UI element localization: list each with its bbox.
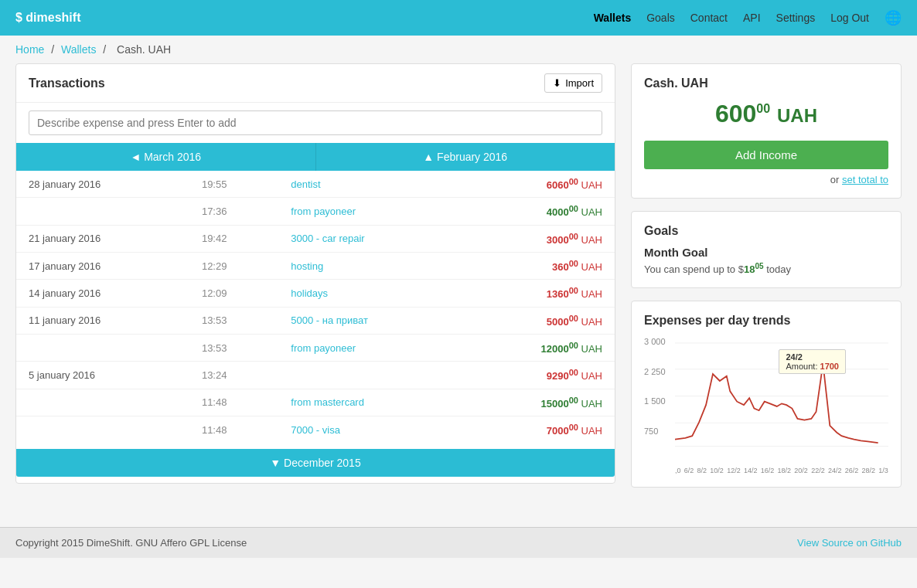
trans-desc[interactable]: hosting — [278, 252, 460, 279]
trans-time: 19:42 — [189, 225, 278, 252]
dec-month-button[interactable]: ▼ December 2015 — [16, 449, 615, 477]
trans-time: 12:29 — [189, 252, 278, 279]
import-label: Import — [565, 77, 594, 89]
trans-date: 11 january 2016 — [16, 307, 189, 334]
left-column: Transactions ⬇ Import ◄ March 2016 ▲ Feb… — [15, 63, 615, 496]
goals-panel: Goals Month Goal You can spend up to $18… — [631, 211, 902, 288]
y-label-2250: 2 250 — [644, 367, 673, 376]
search-area — [16, 103, 615, 143]
table-row: 11 january 2016 13:53 5000 - на приват 5… — [16, 307, 615, 334]
trans-time: 19:55 — [189, 171, 278, 198]
trans-time: 11:48 — [189, 389, 278, 416]
trans-amount: 1500000 UAH — [461, 389, 615, 416]
trans-date — [16, 416, 189, 443]
trans-amount: 36000 UAH — [461, 252, 615, 279]
import-button[interactable]: ⬇ Import — [544, 73, 602, 93]
header: $ dimeshift Wallets Goals Contact API Se… — [0, 0, 917, 36]
nav-api[interactable]: API — [743, 12, 761, 24]
right-column: Cash. UAH 60000 UAH Add Income or set to… — [631, 63, 902, 496]
search-input[interactable] — [29, 110, 602, 135]
table-row: 17:36 from payoneer 400000 UAH — [16, 198, 615, 225]
goal-amount: 1805 — [744, 263, 764, 275]
trans-amount: 500000 UAH — [461, 307, 615, 334]
trans-amount: 400000 UAH — [461, 198, 615, 225]
month-goal-desc: You can spend up to $1805 today — [644, 262, 888, 275]
x-labels: ,0 6/2 8/2 10/2 12/2 14/2 16/2 18/2 20/2… — [675, 467, 888, 474]
nav-settings[interactable]: Settings — [776, 12, 816, 24]
tooltip-amount: Amount: 1700 — [786, 362, 839, 371]
trans-amount: 300000 UAH — [461, 225, 615, 252]
y-label-1500: 1 500 — [644, 396, 673, 406]
trans-amount: 606000 UAH — [461, 171, 615, 198]
set-total-row: or set total to — [644, 174, 888, 185]
trans-desc[interactable] — [278, 362, 460, 389]
nav-goals[interactable]: Goals — [646, 12, 675, 24]
table-row: 21 january 2016 19:42 3000 - car repair … — [16, 225, 615, 252]
footer: Copyright 2015 DimeShift. GNU Affero GPL… — [0, 527, 917, 558]
trans-desc[interactable]: dentist — [278, 171, 460, 198]
transactions-panel: Transactions ⬇ Import ◄ March 2016 ▲ Feb… — [15, 63, 615, 484]
trans-desc[interactable]: 3000 - car repair — [278, 225, 460, 252]
transactions-header: Transactions ⬇ Import — [16, 64, 615, 103]
table-row: 13:53 from payoneer 1200000 UAH — [16, 334, 615, 361]
table-row: 11:48 from mastercard 1500000 UAH — [16, 389, 615, 416]
table-row: 14 january 2016 12:09 holidays 136000 UA… — [16, 280, 615, 307]
wallet-panel: Cash. UAH 60000 UAH Add Income or set to… — [631, 63, 902, 199]
breadcrumb: Home / Wallets / Cash. UAH — [0, 36, 917, 63]
footer-copyright: Copyright 2015 DimeShift. GNU Affero GPL… — [15, 537, 247, 549]
balance-whole: 60000 UAH — [715, 100, 817, 127]
trans-date — [16, 334, 189, 361]
transactions-table: 28 january 2016 19:55 dentist 606000 UAH… — [16, 171, 615, 443]
main-content: Transactions ⬇ Import ◄ March 2016 ▲ Feb… — [0, 63, 917, 512]
trans-amount: 700000 UAH — [461, 416, 615, 443]
trans-date — [16, 198, 189, 225]
goals-title: Goals — [644, 224, 888, 238]
chart-area: 3 000 2 250 1 500 750 — [644, 335, 888, 474]
globe-icon[interactable]: 🌐 — [885, 9, 902, 26]
breadcrumb-wallets[interactable]: Wallets — [61, 43, 96, 56]
month-navigation: ◄ March 2016 ▲ February 2016 — [16, 143, 615, 171]
breadcrumb-home[interactable]: Home — [15, 43, 44, 56]
trans-date: 21 january 2016 — [16, 225, 189, 252]
brand[interactable]: $ dimeshift — [15, 11, 80, 25]
trans-desc[interactable]: from mastercard — [278, 389, 460, 416]
chart-tooltip: 24/2 Amount: 1700 — [779, 349, 846, 374]
next-month-button[interactable]: ▲ February 2016 — [316, 143, 615, 171]
trans-date — [16, 389, 189, 416]
trans-time: 13:53 — [189, 307, 278, 334]
trans-time: 11:48 — [189, 416, 278, 443]
nav-logout[interactable]: Log Out — [830, 12, 869, 24]
trans-desc[interactable]: from payoneer — [278, 198, 460, 225]
add-income-button[interactable]: Add Income — [644, 141, 888, 169]
month-goal-title: Month Goal — [644, 246, 888, 259]
trans-time: 12:09 — [189, 280, 278, 307]
trans-time: 17:36 — [189, 198, 278, 225]
trans-date: 14 january 2016 — [16, 280, 189, 307]
trans-desc[interactable]: from payoneer — [278, 334, 460, 361]
nav-contact[interactable]: Contact — [690, 12, 728, 24]
set-total-link[interactable]: set total to — [842, 174, 888, 185]
transactions-title: Transactions — [29, 76, 105, 90]
table-row: 17 january 2016 12:29 hosting 36000 UAH — [16, 252, 615, 279]
trans-desc[interactable]: 7000 - visa — [278, 416, 460, 443]
table-row: 11:48 7000 - visa 700000 UAH — [16, 416, 615, 443]
trans-amount: 929000 UAH — [461, 362, 615, 389]
breadcrumb-current: Cash. UAH — [117, 43, 171, 56]
trans-time: 13:24 — [189, 362, 278, 389]
trans-date: 17 january 2016 — [16, 252, 189, 279]
table-row: 5 january 2016 13:24 929000 UAH — [16, 362, 615, 389]
chart-panel: Expenses per day trends 3 000 2 250 1 50… — [631, 301, 902, 488]
y-label-3000: 3 000 — [644, 337, 673, 346]
prev-month-button[interactable]: ◄ March 2016 — [16, 143, 316, 171]
import-icon: ⬇ — [553, 77, 561, 89]
nav-wallets[interactable]: Wallets — [594, 12, 632, 24]
dec-btn-row: ▼ December 2015 — [16, 443, 615, 483]
trans-desc[interactable]: 5000 - на приват — [278, 307, 460, 334]
trans-desc[interactable]: holidays — [278, 280, 460, 307]
main-nav: Wallets Goals Contact API Settings Log O… — [594, 9, 902, 26]
tooltip-date: 24/2 — [786, 352, 839, 362]
table-row: 28 january 2016 19:55 dentist 606000 UAH — [16, 171, 615, 198]
footer-github-link[interactable]: View Source on GitHub — [797, 537, 902, 549]
trans-date: 28 january 2016 — [16, 171, 189, 198]
chart-title: Expenses per day trends — [644, 314, 888, 328]
